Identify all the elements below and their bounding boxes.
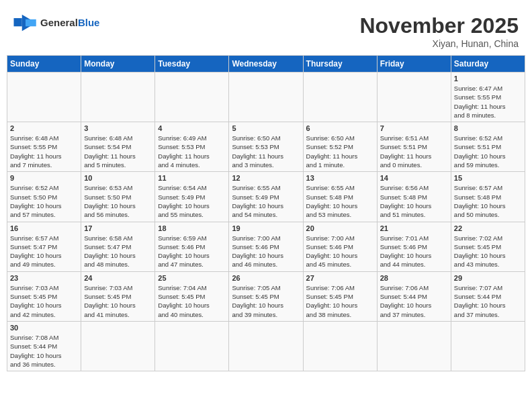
calendar-cell: 22Sunrise: 7:02 AM Sunset: 5:45 PM Dayli… (451, 222, 525, 271)
day-number: 28 (380, 274, 448, 282)
day-number: 21 (380, 224, 448, 232)
day-number: 7 (380, 124, 448, 132)
day-info: Sunrise: 6:58 AM Sunset: 5:47 PM Dayligh… (84, 234, 152, 269)
day-number: 27 (306, 274, 374, 282)
calendar-cell: 21Sunrise: 7:01 AM Sunset: 5:46 PM Dayli… (377, 222, 451, 271)
calendar-cell: 6Sunrise: 6:50 AM Sunset: 5:52 PM Daylig… (303, 122, 377, 172)
column-header-monday: Monday (81, 56, 155, 73)
calendar-cell: 3Sunrise: 6:48 AM Sunset: 5:54 PM Daylig… (81, 122, 155, 172)
calendar-week-row: 16Sunrise: 6:57 AM Sunset: 5:47 PM Dayli… (7, 222, 525, 271)
day-number: 13 (306, 174, 374, 182)
day-number: 1 (454, 75, 522, 83)
day-number: 17 (84, 224, 152, 232)
calendar-week-row: 23Sunrise: 7:03 AM Sunset: 5:45 PM Dayli… (7, 271, 525, 321)
day-info: Sunrise: 6:56 AM Sunset: 5:48 PM Dayligh… (380, 183, 448, 219)
calendar-cell (377, 73, 451, 122)
day-info: Sunrise: 7:03 AM Sunset: 5:45 PM Dayligh… (84, 283, 152, 319)
day-number: 30 (10, 324, 78, 332)
logo: GeneralBlue (13, 13, 99, 32)
day-number: 14 (380, 174, 448, 182)
day-number: 6 (306, 124, 374, 132)
calendar-cell (377, 321, 451, 371)
day-info: Sunrise: 6:51 AM Sunset: 5:51 PM Dayligh… (380, 134, 448, 169)
day-info: Sunrise: 7:03 AM Sunset: 5:45 PM Dayligh… (10, 283, 78, 319)
day-number: 18 (158, 224, 226, 232)
calendar-cell: 10Sunrise: 6:53 AM Sunset: 5:50 PM Dayli… (81, 172, 155, 222)
calendar-header-row: SundayMondayTuesdayWednesdayThursdayFrid… (7, 56, 525, 73)
calendar-cell: 12Sunrise: 6:55 AM Sunset: 5:49 PM Dayli… (229, 172, 303, 222)
day-number: 15 (454, 174, 522, 182)
calendar-cell: 15Sunrise: 6:57 AM Sunset: 5:48 PM Dayli… (451, 172, 525, 222)
calendar-cell: 20Sunrise: 7:00 AM Sunset: 5:46 PM Dayli… (303, 222, 377, 271)
svg-marker-2 (26, 19, 36, 27)
calendar-week-row: 30Sunrise: 7:08 AM Sunset: 5:44 PM Dayli… (7, 321, 525, 371)
day-info: Sunrise: 7:00 AM Sunset: 5:46 PM Dayligh… (232, 234, 300, 269)
title-block: November 2025 Xiyan, Hunan, China (359, 13, 519, 49)
column-header-tuesday: Tuesday (155, 56, 229, 73)
location: Xiyan, Hunan, China (359, 38, 519, 49)
calendar-cell: 27Sunrise: 7:06 AM Sunset: 5:45 PM Dayli… (303, 271, 377, 321)
day-info: Sunrise: 7:06 AM Sunset: 5:44 PM Dayligh… (380, 283, 448, 319)
calendar-cell (81, 73, 155, 122)
day-number: 19 (232, 224, 300, 232)
day-info: Sunrise: 6:57 AM Sunset: 5:48 PM Dayligh… (454, 183, 522, 219)
calendar-cell (229, 321, 303, 371)
calendar-cell: 14Sunrise: 6:56 AM Sunset: 5:48 PM Dayli… (377, 172, 451, 222)
calendar-cell: 26Sunrise: 7:05 AM Sunset: 5:45 PM Dayli… (229, 271, 303, 321)
calendar-cell: 11Sunrise: 6:54 AM Sunset: 5:49 PM Dayli… (155, 172, 229, 222)
calendar-cell: 19Sunrise: 7:00 AM Sunset: 5:46 PM Dayli… (229, 222, 303, 271)
day-info: Sunrise: 6:49 AM Sunset: 5:53 PM Dayligh… (158, 134, 226, 169)
calendar-cell: 28Sunrise: 7:06 AM Sunset: 5:44 PM Dayli… (377, 271, 451, 321)
day-info: Sunrise: 7:08 AM Sunset: 5:44 PM Dayligh… (10, 333, 78, 369)
calendar-cell: 29Sunrise: 7:07 AM Sunset: 5:44 PM Dayli… (451, 271, 525, 321)
calendar-cell (155, 321, 229, 371)
column-header-friday: Friday (377, 56, 451, 73)
day-number: 16 (10, 224, 78, 232)
day-number: 11 (158, 174, 226, 182)
calendar-cell (81, 321, 155, 371)
calendar-cell: 16Sunrise: 6:57 AM Sunset: 5:47 PM Dayli… (7, 222, 81, 271)
day-info: Sunrise: 6:52 AM Sunset: 5:51 PM Dayligh… (454, 134, 522, 169)
day-number: 4 (158, 124, 226, 132)
day-info: Sunrise: 7:00 AM Sunset: 5:46 PM Dayligh… (306, 234, 374, 269)
calendar-cell: 2Sunrise: 6:48 AM Sunset: 5:55 PM Daylig… (7, 122, 81, 172)
day-number: 20 (306, 224, 374, 232)
day-info: Sunrise: 6:53 AM Sunset: 5:50 PM Dayligh… (84, 183, 152, 219)
calendar-cell (303, 73, 377, 122)
day-number: 9 (10, 174, 78, 182)
day-number: 25 (158, 274, 226, 282)
day-number: 2 (10, 124, 78, 132)
calendar-cell: 13Sunrise: 6:55 AM Sunset: 5:48 PM Dayli… (303, 172, 377, 222)
calendar-cell (155, 73, 229, 122)
calendar-cell: 5Sunrise: 6:50 AM Sunset: 5:53 PM Daylig… (229, 122, 303, 172)
day-number: 12 (232, 174, 300, 182)
day-info: Sunrise: 7:01 AM Sunset: 5:46 PM Dayligh… (380, 234, 448, 269)
day-number: 26 (232, 274, 300, 282)
day-info: Sunrise: 6:48 AM Sunset: 5:54 PM Dayligh… (84, 134, 152, 169)
calendar-cell: 4Sunrise: 6:49 AM Sunset: 5:53 PM Daylig… (155, 122, 229, 172)
calendar-cell: 25Sunrise: 7:04 AM Sunset: 5:45 PM Dayli… (155, 271, 229, 321)
logo-text: GeneralBlue (40, 17, 99, 29)
day-info: Sunrise: 6:55 AM Sunset: 5:49 PM Dayligh… (232, 183, 300, 219)
calendar-table: SundayMondayTuesdayWednesdayThursdayFrid… (7, 55, 525, 371)
calendar-cell: 30Sunrise: 7:08 AM Sunset: 5:44 PM Dayli… (7, 321, 81, 371)
day-info: Sunrise: 7:07 AM Sunset: 5:44 PM Dayligh… (454, 283, 522, 319)
calendar-cell: 9Sunrise: 6:52 AM Sunset: 5:50 PM Daylig… (7, 172, 81, 222)
calendar-cell (7, 73, 81, 122)
day-number: 22 (454, 224, 522, 232)
page-header: GeneralBlue November 2025 Xiyan, Hunan, … (7, 7, 525, 52)
column-header-thursday: Thursday (303, 56, 377, 73)
day-number: 10 (84, 174, 152, 182)
day-number: 5 (232, 124, 300, 132)
svg-rect-0 (14, 18, 22, 26)
day-number: 3 (84, 124, 152, 132)
day-info: Sunrise: 6:50 AM Sunset: 5:52 PM Dayligh… (306, 134, 374, 169)
calendar-week-row: 2Sunrise: 6:48 AM Sunset: 5:55 PM Daylig… (7, 122, 525, 172)
calendar-cell (229, 73, 303, 122)
day-info: Sunrise: 6:50 AM Sunset: 5:53 PM Dayligh… (232, 134, 300, 169)
calendar-week-row: 9Sunrise: 6:52 AM Sunset: 5:50 PM Daylig… (7, 172, 525, 222)
day-number: 8 (454, 124, 522, 132)
day-info: Sunrise: 6:57 AM Sunset: 5:47 PM Dayligh… (10, 234, 78, 269)
month-title: November 2025 (359, 13, 519, 38)
calendar-cell: 8Sunrise: 6:52 AM Sunset: 5:51 PM Daylig… (451, 122, 525, 172)
